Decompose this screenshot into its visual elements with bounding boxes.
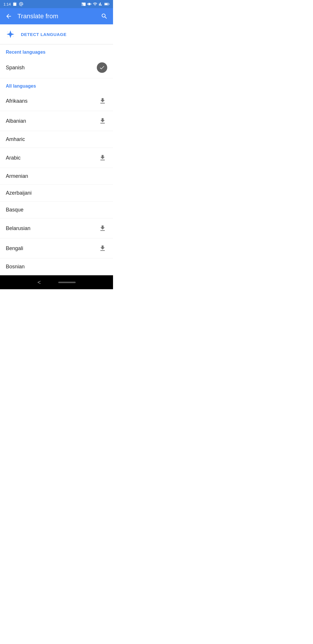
language-item[interactable]: Albanian bbox=[0, 111, 113, 131]
back-button[interactable] bbox=[5, 12, 13, 20]
status-bar: 1:14 bbox=[0, 0, 113, 8]
signal-icon bbox=[99, 2, 103, 6]
downloaded-check-icon bbox=[97, 62, 107, 73]
home-indicator[interactable] bbox=[58, 282, 76, 283]
download-icon[interactable] bbox=[98, 116, 107, 126]
language-name: Armenian bbox=[6, 173, 28, 179]
all-languages-header: All languages bbox=[0, 78, 113, 91]
wifi-icon bbox=[93, 2, 97, 6]
app-bar: Translate from bbox=[0, 8, 113, 24]
download-icon[interactable] bbox=[98, 244, 107, 253]
clipboard-icon bbox=[12, 2, 17, 6]
language-item[interactable]: Belarusian bbox=[0, 218, 113, 238]
all-languages-list: AfrikaansAlbanianAmharicArabicArmenianAz… bbox=[0, 91, 113, 275]
language-name: Bosnian bbox=[6, 264, 25, 270]
language-name: Basque bbox=[6, 207, 23, 213]
recent-languages-list: Spanish bbox=[0, 57, 113, 78]
language-name: Albanian bbox=[6, 118, 26, 124]
download-icon[interactable] bbox=[98, 224, 107, 233]
language-item[interactable]: Azerbaijani bbox=[0, 185, 113, 202]
svg-rect-0 bbox=[14, 2, 15, 2]
language-name: Afrikaans bbox=[6, 98, 28, 104]
sparkles-icon bbox=[6, 30, 15, 39]
svg-rect-2 bbox=[109, 3, 110, 5]
language-name-spanish: Spanish bbox=[6, 65, 25, 71]
page-title: Translate from bbox=[17, 12, 96, 20]
language-item[interactable]: Afrikaans bbox=[0, 91, 113, 111]
svg-rect-3 bbox=[105, 3, 108, 5]
language-name: Bengali bbox=[6, 245, 23, 252]
recent-languages-header: Recent languages bbox=[0, 44, 113, 57]
download-icon[interactable] bbox=[98, 153, 107, 162]
language-item[interactable]: Arabic bbox=[0, 148, 113, 168]
language-item[interactable]: Armenian bbox=[0, 168, 113, 185]
nav-back-button[interactable]: < bbox=[37, 279, 41, 286]
at-icon bbox=[19, 2, 23, 6]
language-name: Amharic bbox=[6, 136, 25, 142]
vibrate-icon bbox=[87, 2, 91, 6]
language-item[interactable]: Bengali bbox=[0, 238, 113, 258]
detect-language-label: DETECT LANGUAGE bbox=[21, 32, 67, 37]
language-name: Belarusian bbox=[6, 225, 30, 231]
language-item[interactable]: Basque bbox=[0, 202, 113, 218]
nav-bar: < bbox=[0, 275, 113, 289]
language-name: Arabic bbox=[6, 155, 21, 161]
download-icon[interactable] bbox=[98, 96, 107, 106]
language-item[interactable]: Amharic bbox=[0, 131, 113, 148]
detect-language-button[interactable]: DETECT LANGUAGE bbox=[0, 24, 113, 44]
battery-icon bbox=[104, 2, 110, 6]
search-button[interactable] bbox=[100, 12, 108, 20]
language-item[interactable]: Bosnian bbox=[0, 258, 113, 275]
cast-icon bbox=[81, 2, 86, 6]
language-item-spanish[interactable]: Spanish bbox=[0, 57, 113, 78]
language-name: Azerbaijani bbox=[6, 190, 32, 196]
status-time: 1:14 bbox=[3, 2, 11, 6]
